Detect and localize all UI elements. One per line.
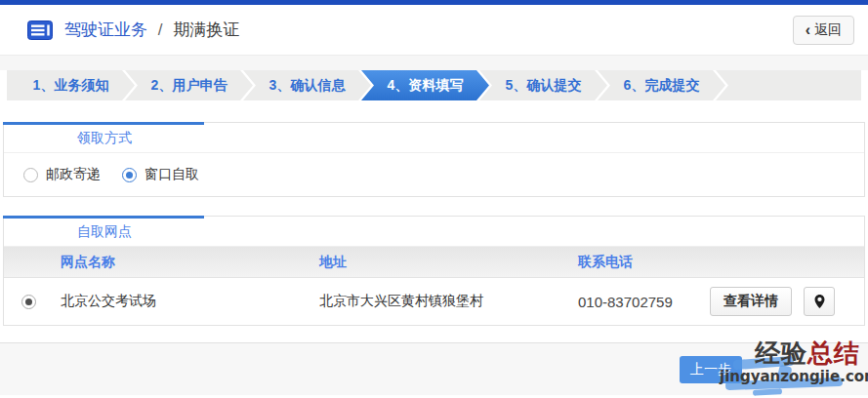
outlet-phone: 010-83702759 bbox=[578, 294, 710, 310]
outlet-actions: 查看详情 bbox=[710, 287, 864, 316]
step-5-confirm-submit[interactable]: 5、确认提交 bbox=[479, 70, 607, 100]
license-services-icon bbox=[27, 20, 53, 40]
radio-label-postal: 邮政寄递 bbox=[46, 166, 101, 183]
step-3-confirm-info[interactable]: 3、确认信息 bbox=[243, 70, 371, 100]
section-accent-line bbox=[3, 122, 204, 125]
watermark-title-red: 总结 bbox=[807, 338, 860, 368]
page-header: 驾驶证业务 / 期满换证 ‹ 返回 bbox=[0, 5, 868, 56]
step-1-business-notice[interactable]: 1、业务须知 bbox=[7, 70, 135, 100]
map-button[interactable] bbox=[804, 287, 835, 316]
column-outlet-name: 网点名称 bbox=[61, 254, 319, 271]
watermark-title: 经验总结 bbox=[720, 340, 866, 367]
pickup-method-title: 领取方式 bbox=[4, 123, 864, 153]
pickup-method-options: 邮政寄递 窗口自取 bbox=[4, 153, 864, 196]
radio-selected-icon[interactable] bbox=[122, 168, 137, 182]
breadcrumb-current: 期满换证 bbox=[173, 20, 239, 39]
pickup-outlets-section: 自取网点 网点名称 地址 联系电话 北京公交考试场 北京市大兴区黄村镇狼堡村 0… bbox=[3, 216, 865, 326]
radio-label-window-pickup: 窗口自取 bbox=[145, 166, 199, 183]
outlet-row-radio-selected[interactable] bbox=[21, 295, 36, 309]
location-pin-icon bbox=[813, 294, 826, 309]
pickup-outlets-title: 自取网点 bbox=[4, 217, 864, 247]
step-4-fill-materials-active[interactable]: 4、资料填写 bbox=[361, 70, 489, 100]
radio-option-window-pickup[interactable]: 窗口自取 bbox=[122, 166, 199, 183]
outlet-address: 北京市大兴区黄村镇狼堡村 bbox=[319, 293, 578, 310]
back-button[interactable]: ‹ 返回 bbox=[793, 16, 854, 45]
header-gap bbox=[0, 56, 868, 70]
column-phone: 联系电话 bbox=[578, 254, 710, 271]
page-title: 驾驶证业务 / 期满换证 bbox=[64, 19, 239, 41]
wizard-steps: 1、业务须知 2、用户申告 3、确认信息 4、资料填写 5、确认提交 6、完成提… bbox=[0, 70, 868, 100]
outlet-table-row: 北京公交考试场 北京市大兴区黄村镇狼堡村 010-83702759 查看详情 bbox=[4, 278, 864, 325]
section-accent-line bbox=[3, 216, 204, 219]
breadcrumb-service[interactable]: 驾驶证业务 bbox=[64, 20, 147, 39]
chevron-left-icon: ‹ bbox=[806, 22, 810, 38]
breadcrumb-separator: / bbox=[158, 20, 163, 39]
watermark: 经验总结 jingyanzongjie.com bbox=[720, 340, 866, 385]
stepbar-filler bbox=[716, 70, 861, 100]
outlet-name: 北京公交考试场 bbox=[61, 293, 319, 310]
back-button-label: 返回 bbox=[814, 21, 842, 39]
radio-option-postal[interactable]: 邮政寄递 bbox=[23, 166, 101, 183]
watermark-url: jingyanzongjie.com bbox=[720, 368, 866, 385]
outlets-table-header: 网点名称 地址 联系电话 bbox=[4, 247, 864, 278]
radio-unselected-icon[interactable] bbox=[23, 168, 38, 182]
step-6-complete-submit[interactable]: 6、完成提交 bbox=[598, 70, 725, 100]
step-2-user-declaration[interactable]: 2、用户申告 bbox=[125, 70, 253, 100]
column-address: 地址 bbox=[319, 254, 578, 271]
watermark-title-dark: 经验 bbox=[755, 338, 807, 368]
pickup-method-section: 领取方式 邮政寄递 窗口自取 bbox=[3, 122, 865, 197]
view-details-button[interactable]: 查看详情 bbox=[710, 287, 792, 316]
